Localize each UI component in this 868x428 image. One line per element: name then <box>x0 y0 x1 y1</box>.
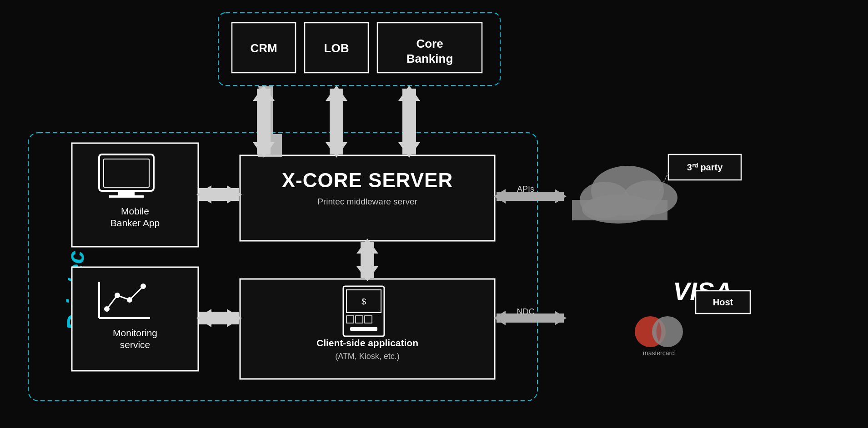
svg-point-74 <box>623 180 677 215</box>
svg-point-72 <box>591 166 664 216</box>
svg-point-55 <box>104 306 110 312</box>
svg-rect-7 <box>377 23 482 73</box>
svg-text:Printec: Printec <box>62 251 89 331</box>
svg-text:Banking: Banking <box>406 52 453 65</box>
svg-rect-50 <box>104 159 149 187</box>
svg-point-73 <box>580 182 630 218</box>
svg-marker-40 <box>494 189 506 204</box>
svg-text:NDC: NDC <box>517 307 535 316</box>
svg-marker-26 <box>326 142 347 158</box>
svg-marker-44 <box>494 311 506 325</box>
svg-marker-22 <box>253 85 275 101</box>
svg-rect-16 <box>240 155 495 241</box>
svg-rect-66 <box>346 316 354 323</box>
svg-text:$: $ <box>361 297 366 306</box>
svg-text:Printec middleware server: Printec middleware server <box>317 197 417 206</box>
svg-marker-45 <box>555 311 567 325</box>
svg-text:X-CORE SERVER: X-CORE SERVER <box>282 169 453 191</box>
svg-rect-12 <box>28 133 537 401</box>
svg-rect-15 <box>72 267 198 371</box>
svg-rect-76 <box>572 200 667 220</box>
svg-rect-68 <box>365 316 372 323</box>
svg-text:LOB: LOB <box>324 41 349 55</box>
svg-marker-35 <box>227 309 242 327</box>
svg-rect-64 <box>346 290 381 313</box>
svg-rect-5 <box>232 23 296 73</box>
arrows-overlay: CRM LOB Core Banking Printec <box>0 0 868 428</box>
svg-text:service: service <box>120 339 151 350</box>
svg-rect-83 <box>696 291 750 314</box>
svg-text:(ATM, Kiosk, etc.): (ATM, Kiosk, etc.) <box>335 352 400 361</box>
svg-marker-37 <box>356 239 378 254</box>
svg-marker-28 <box>398 85 420 101</box>
diagram-container: CRM LOB Core Banking Printec <box>0 0 868 428</box>
svg-rect-77 <box>668 154 741 180</box>
svg-rect-65 <box>350 327 377 331</box>
svg-rect-48 <box>118 191 135 195</box>
svg-marker-31 <box>196 185 211 204</box>
svg-marker-19 <box>261 91 270 132</box>
svg-text:Monitoring: Monitoring <box>113 328 157 338</box>
svg-point-75 <box>582 194 655 224</box>
svg-rect-17 <box>240 279 495 379</box>
svg-marker-23 <box>253 142 275 158</box>
svg-rect-6 <box>305 23 368 73</box>
svg-text:Mobile: Mobile <box>121 206 149 216</box>
svg-marker-20 <box>260 89 280 154</box>
svg-rect-47 <box>99 154 154 191</box>
svg-rect-14 <box>72 143 198 247</box>
svg-marker-25 <box>326 85 347 101</box>
svg-text:mastercard: mastercard <box>643 349 675 357</box>
svg-marker-18 <box>258 86 282 157</box>
svg-marker-38 <box>356 266 378 281</box>
svg-point-56 <box>115 293 120 298</box>
svg-text:Client-side application: Client-side application <box>316 338 418 348</box>
svg-marker-41 <box>555 189 567 204</box>
svg-marker-29 <box>398 142 420 158</box>
svg-marker-32 <box>227 185 242 204</box>
svg-text:APIs: APIs <box>517 184 534 194</box>
svg-point-58 <box>140 284 146 289</box>
svg-rect-49 <box>109 195 144 198</box>
svg-rect-63 <box>343 286 384 336</box>
svg-text:Banker App: Banker App <box>110 218 160 228</box>
svg-line-85 <box>659 173 668 191</box>
svg-point-80 <box>635 316 666 347</box>
svg-text:Core: Core <box>416 37 443 50</box>
svg-rect-67 <box>356 316 363 323</box>
svg-text:CRM: CRM <box>250 41 277 55</box>
svg-rect-4 <box>218 13 500 85</box>
svg-point-81 <box>652 316 683 347</box>
svg-marker-34 <box>196 309 211 327</box>
svg-point-57 <box>127 297 132 303</box>
svg-text:Host: Host <box>713 297 733 307</box>
svg-text:VISA: VISA <box>673 277 733 305</box>
svg-text:3ʳᵈ party: 3ʳᵈ party <box>687 162 723 172</box>
